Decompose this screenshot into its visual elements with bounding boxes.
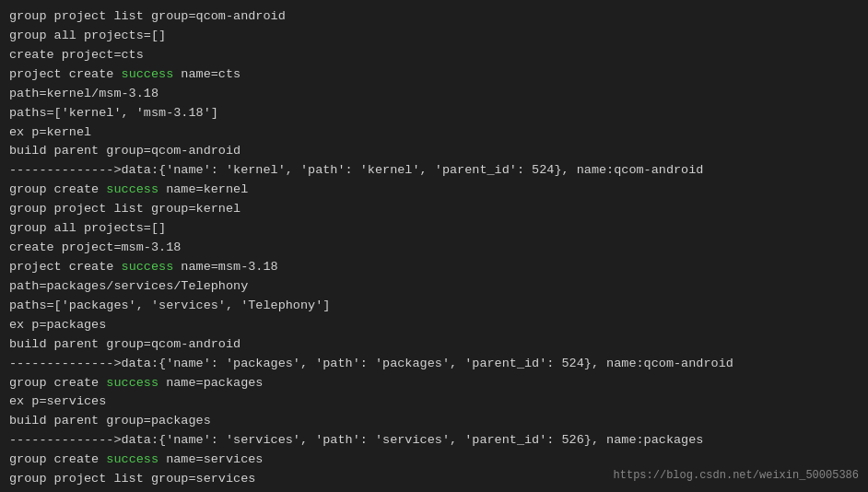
- terminal-line: create project=cts: [9, 46, 859, 65]
- terminal-line: group project list group=qcom-android: [9, 7, 859, 27]
- terminal-line: path=kernel/msm-3.18: [9, 85, 859, 104]
- terminal-line: group project list group=kernel: [9, 200, 859, 219]
- terminal-line: ex p=packages: [9, 316, 859, 335]
- terminal-line: ex p=kernel: [9, 123, 859, 143]
- terminal: group project list group=qcom-androidgro…: [0, 0, 868, 492]
- terminal-line: group create success name=kernel: [9, 181, 859, 200]
- terminal-line: -------------->data:{'name': 'packages',…: [9, 355, 859, 374]
- terminal-line: paths=['packages', 'services', 'Telephon…: [9, 297, 859, 316]
- terminal-line: build parent group=qcom-android: [9, 142, 859, 161]
- terminal-line: group create success name=packages: [9, 374, 859, 393]
- terminal-line: ex p=services: [9, 392, 859, 412]
- terminal-line: project create success name=cts: [9, 65, 859, 85]
- terminal-line: group all projects=[]: [9, 27, 859, 46]
- terminal-line: group all projects=[]: [9, 219, 859, 239]
- terminal-line: build parent group=qcom-android: [9, 335, 859, 355]
- terminal-line: project create success name=msm-3.18: [9, 258, 859, 277]
- terminal-line: -------------->data:{'name': 'services',…: [9, 431, 859, 451]
- watermark: https://blog.csdn.net/weixin_50005386: [614, 467, 859, 485]
- terminal-line: path=packages/services/Telephony: [9, 277, 859, 297]
- terminal-line: -------------->data:{'name': 'kernel', '…: [9, 161, 859, 181]
- terminal-line: create project=msm-3.18: [9, 239, 859, 258]
- terminal-line: build parent group=packages: [9, 412, 859, 431]
- terminal-line: paths=['kernel', 'msm-3.18']: [9, 104, 859, 123]
